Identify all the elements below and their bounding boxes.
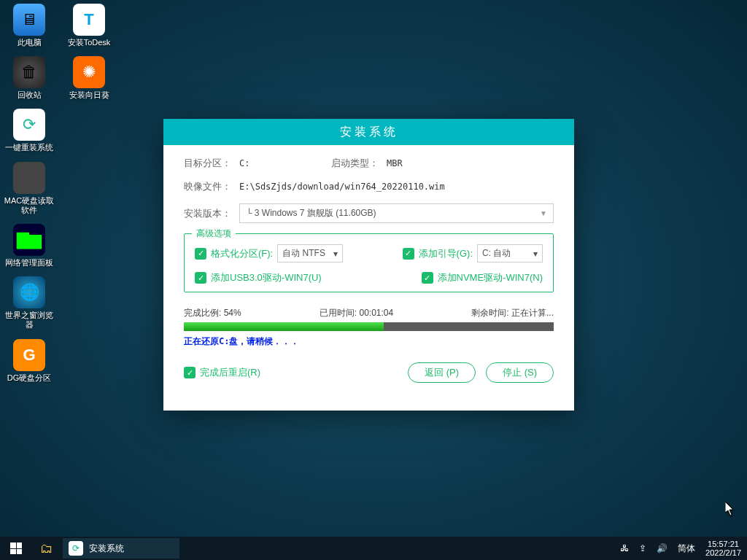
clock-date: 2022/2/17	[705, 548, 741, 557]
value-target: C:	[239, 158, 327, 168]
system-tray: 🖧 ⇪ 🔊 简体 15:57:21 2022/2/17	[620, 540, 747, 557]
taskbar-app-label: 安装系统	[89, 542, 124, 555]
trash-icon: 🗑	[13, 56, 45, 88]
nvme-label: 添加NVME驱动-WIN7(N)	[438, 271, 543, 284]
version-value: └ 3 Windows 7 旗舰版 (11.60GB)	[246, 207, 376, 219]
taskbar-clock[interactable]: 15:57:21 2022/2/17	[705, 540, 741, 557]
taskbar: 🗂 ⟳ 安装系统 🖧 ⇪ 🔊 简体 15:57:21 2022/2/17	[0, 537, 747, 560]
icon-label: 此电脑	[18, 38, 42, 47]
format-select[interactable]: 自动 NTFS ▾	[277, 244, 343, 262]
desktop-icon-reinstall[interactable]: ⟳一键重装系统	[4, 109, 55, 152]
icon-label: 世界之窗浏览器	[4, 311, 55, 330]
value-image: E:\SdsZjds/download/win764_20220110.wim	[239, 182, 445, 192]
chevron-down-icon: ▼	[540, 209, 547, 217]
progress-fill	[184, 322, 384, 331]
sunflower-icon: ✺	[73, 56, 105, 88]
desktop-icon-mac-disk[interactable]: MAC硬盘读取软件	[4, 162, 55, 215]
chevron-down-icon: ▾	[533, 249, 538, 259]
row-version: 安装版本： └ 3 Windows 7 旗舰版 (11.60GB) ▼	[184, 203, 554, 223]
restart-option: ✓ 完成后重启(R)	[184, 366, 260, 379]
adv-row-2: ✓ 添加USB3.0驱动-WIN7(U) ✓ 添加NVME驱动-WIN7(N)	[195, 271, 543, 284]
checkbox-restart[interactable]: ✓	[184, 367, 196, 378]
usb3-label: 添加USB3.0驱动-WIN7(U)	[211, 271, 322, 284]
installer-title: 安装系统	[163, 119, 574, 145]
desktop-icon-network-panel[interactable]: ▇▆网络管理面板	[4, 224, 55, 268]
desktop-icon-recycle-bin[interactable]: 🗑回收站	[4, 56, 55, 100]
done-cell: 完成比例: 54%	[184, 307, 241, 319]
desktop-icon-browser[interactable]: 🌐世界之窗浏览器	[4, 276, 55, 330]
taskbar-explorer[interactable]: 🗂	[32, 537, 61, 560]
icon-label: 安装ToDesk	[68, 38, 111, 47]
checkbox-usb3[interactable]: ✓	[195, 272, 206, 284]
progress-area: 完成比例: 54% 已用时间: 00:01:04 剩余时间: 正在计算... 正…	[184, 307, 554, 348]
back-button[interactable]: 返回 (P)	[408, 362, 476, 383]
apple-icon	[13, 162, 45, 194]
desktop-icon-this-pc[interactable]: 🖥此电脑	[4, 4, 55, 47]
stop-button[interactable]: 停止 (S)	[486, 362, 554, 383]
ime-indicator[interactable]: 简体	[678, 542, 695, 555]
todesk-icon: T	[73, 4, 105, 36]
taskbar-app-installer[interactable]: ⟳ 安装系统	[63, 538, 179, 559]
value-boot: MBR	[387, 158, 403, 168]
reinstall-icon: ⟳	[13, 109, 45, 141]
elapsed-cell: 已用时间: 00:01:04	[320, 307, 393, 319]
label-boot: 启动类型：	[331, 157, 382, 170]
volume-tray-icon[interactable]: 🔊	[657, 543, 667, 553]
format-value: 自动 NTFS	[282, 247, 325, 260]
desktop-icon-grid: 🖥此电脑 T安装ToDesk 🗑回收站 ✺安装向日葵 ⟳一键重装系统 MAC硬盘…	[4, 4, 115, 383]
restart-label: 完成后重启(R)	[200, 366, 260, 379]
icon-label: 网络管理面板	[5, 258, 53, 268]
checkbox-format[interactable]: ✓	[195, 248, 206, 260]
bootadd-label: 添加引导(G):	[419, 247, 473, 260]
icon-label: DG硬盘分区	[7, 373, 52, 383]
progress-bar	[184, 322, 554, 331]
bootadd-value: C: 自动	[482, 247, 511, 260]
desktop-icon-dg[interactable]: GDG硬盘分区	[4, 339, 55, 383]
installer-window: 安装系统 目标分区： C: 启动类型： MBR 映像文件： E:\SdsZjds…	[163, 119, 574, 411]
usb-tray-icon[interactable]: ⇪	[639, 543, 646, 553]
monitor-icon: 🖥	[13, 4, 45, 36]
status-row: 完成比例: 54% 已用时间: 00:01:04 剩余时间: 正在计算...	[184, 307, 554, 319]
start-button[interactable]	[0, 537, 32, 560]
checkbox-bootadd[interactable]: ✓	[403, 248, 414, 260]
row-target-boot: 目标分区： C: 启动类型： MBR	[184, 157, 554, 170]
row-image: 映像文件： E:\SdsZjds/download/win764_2022011…	[184, 180, 554, 193]
advanced-legend: 高级选项	[192, 228, 236, 240]
icon-label: 安装向日葵	[69, 90, 109, 100]
desktop: 🖥此电脑 T安装ToDesk 🗑回收站 ✺安装向日葵 ⟳一键重装系统 MAC硬盘…	[0, 0, 747, 537]
checkbox-nvme[interactable]: ✓	[422, 272, 433, 284]
footer-buttons: 返回 (P) 停止 (S)	[408, 362, 554, 383]
bootadd-option: ✓ 添加引导(G): C: 自动 ▾	[403, 244, 543, 262]
clock-time: 15:57:21	[705, 540, 741, 548]
nvme-option: ✓ 添加NVME驱动-WIN7(N)	[422, 271, 543, 284]
adv-row-1: ✓ 格式化分区(F): 自动 NTFS ▾ ✓ 添加引导(G): C: 自动 ▾	[195, 244, 543, 262]
windows-icon	[10, 542, 22, 554]
format-option: ✓ 格式化分区(F): 自动 NTFS ▾	[195, 244, 343, 262]
icon-label: 一键重装系统	[5, 143, 53, 152]
label-image: 映像文件：	[184, 180, 235, 193]
version-select[interactable]: └ 3 Windows 7 旗舰版 (11.60GB) ▼	[239, 203, 554, 223]
icon-label: MAC硬盘读取软件	[4, 196, 55, 215]
usb3-option: ✓ 添加USB3.0驱动-WIN7(U)	[195, 271, 322, 284]
icon-label: 回收站	[18, 90, 42, 100]
desktop-icon-todesk[interactable]: T安装ToDesk	[63, 4, 115, 47]
remain-cell: 剩余时间: 正在计算...	[471, 307, 554, 319]
desktop-icon-sunflower[interactable]: ✺安装向日葵	[63, 56, 115, 100]
globe-icon: 🌐	[13, 276, 45, 308]
network-icon: ▇▆	[13, 224, 45, 256]
label-version: 安装版本：	[184, 207, 235, 220]
installer-icon: ⟳	[69, 541, 83, 556]
dg-icon: G	[13, 339, 45, 371]
network-tray-icon[interactable]: 🖧	[620, 543, 629, 553]
format-label: 格式化分区(F):	[211, 247, 273, 260]
folder-icon: 🗂	[40, 541, 53, 556]
advanced-fieldset: 高级选项 ✓ 格式化分区(F): 自动 NTFS ▾ ✓ 添加引导(G):	[184, 233, 554, 292]
footer-row: ✓ 完成后重启(R) 返回 (P) 停止 (S)	[184, 362, 554, 383]
installer-body: 目标分区： C: 启动类型： MBR 映像文件： E:\SdsZjds/down…	[163, 145, 574, 392]
chevron-down-icon: ▾	[333, 249, 338, 259]
bootadd-select[interactable]: C: 自动 ▾	[477, 244, 543, 262]
label-target: 目标分区：	[184, 157, 235, 170]
status-message: 正在还原C:盘，请稍候．．．	[184, 335, 554, 348]
